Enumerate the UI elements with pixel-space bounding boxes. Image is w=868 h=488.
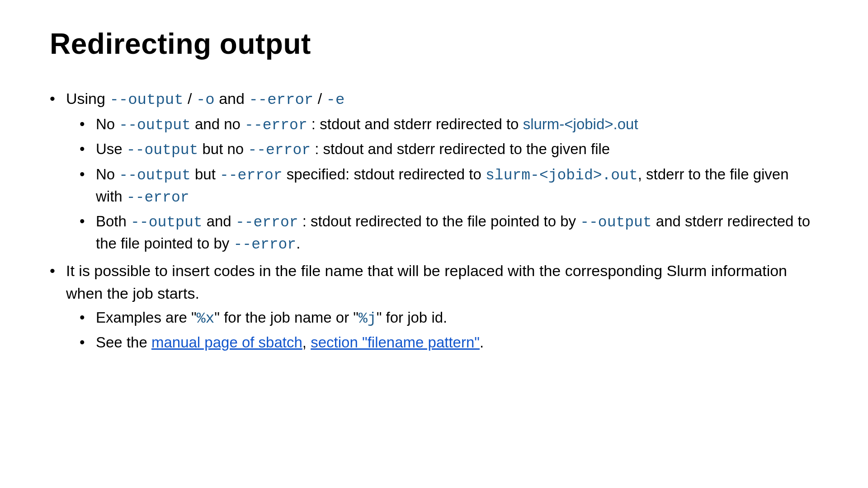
bullet-list: Using --output / -o and --error / -e No … — [50, 88, 818, 353]
text: / — [184, 90, 196, 107]
slide: Redirecting output Using --output / -o a… — [0, 0, 868, 488]
code-output-flag: --output — [119, 117, 190, 134]
text: / — [313, 90, 326, 107]
text: specified: stdout redirected to — [283, 166, 486, 183]
text: , — [302, 334, 311, 351]
link-filename-pattern-section[interactable]: section "filename pattern" — [311, 334, 480, 351]
text: : stdout and stderr redirected to the gi… — [311, 141, 610, 157]
code-output-flag: --output — [109, 91, 183, 108]
text: It is possible to insert codes in the fi… — [66, 262, 787, 301]
code-e-flag: -e — [326, 91, 345, 108]
subbullet-both-output-error: Both --output and --error : stdout redir… — [80, 211, 818, 255]
text: No — [96, 116, 119, 132]
code-error-flag: --error — [234, 236, 297, 253]
code-error-flag: --error — [127, 189, 189, 206]
code-output-flag: --output — [119, 167, 190, 184]
text: Use — [96, 141, 127, 157]
text: No — [96, 166, 119, 183]
text: " for job id. — [377, 309, 448, 326]
code-percent-x: %x — [197, 310, 215, 327]
code-error-flag: --error — [236, 214, 298, 231]
subbullet-no-output-with-error: No --output but --error specified: stdou… — [80, 164, 818, 208]
text: . — [480, 334, 484, 351]
text: . — [296, 235, 300, 252]
code-output-flag: --output — [131, 214, 202, 231]
subbullet-no-output-no-error: No --output and no --error : stdout and … — [80, 114, 818, 136]
text: See the — [96, 334, 151, 351]
sublist-flags-cases: No --output and no --error : stdout and … — [80, 114, 818, 255]
filename-slurm-out: slurm-<jobid>.out — [486, 167, 638, 184]
code-error-flag: --error — [248, 142, 311, 159]
text: and — [203, 213, 236, 230]
bullet-insert-codes: It is possible to insert codes in the fi… — [50, 260, 818, 353]
text: : stdout redirected to the file pointed … — [298, 213, 580, 230]
code-o-flag: -o — [196, 91, 215, 108]
text: Using — [66, 90, 109, 107]
link-sbatch-manual[interactable]: manual page of sbatch — [151, 334, 302, 351]
subbullet-examples: Examples are "%x" for the job name or "%… — [80, 307, 818, 329]
text: but no — [198, 141, 248, 157]
filename-slurm-out: slurm-<jobid>.out — [523, 116, 638, 132]
text: and — [215, 90, 249, 107]
code-percent-j: %j — [359, 310, 377, 327]
code-error-flag: --error — [249, 91, 313, 108]
text: Examples are " — [96, 309, 197, 326]
slide-title: Redirecting output — [50, 27, 818, 61]
text: Both — [96, 213, 131, 230]
code-error-flag: --error — [220, 167, 283, 184]
code-output-flag: --output — [580, 214, 651, 231]
text: and no — [191, 116, 245, 132]
bullet-using-flags: Using --output / -o and --error / -e No … — [50, 88, 818, 255]
subbullet-see-manual: See the manual page of sbatch, section "… — [80, 332, 818, 353]
text: " for the job name or " — [214, 309, 359, 326]
subbullet-output-no-error: Use --output but no --error : stdout and… — [80, 139, 818, 161]
text: : stdout and stderr redirected to — [307, 116, 523, 132]
text: but — [191, 166, 220, 183]
code-error-flag: --error — [245, 117, 307, 134]
code-output-flag: --output — [127, 142, 198, 159]
sublist-codes: Examples are "%x" for the job name or "%… — [80, 307, 818, 353]
